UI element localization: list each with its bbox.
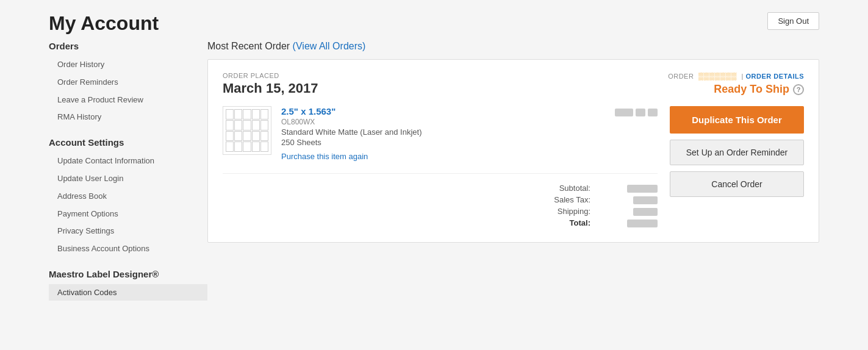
label-cell [260,131,268,141]
sidebar-section-orders: Orders [49,41,195,51]
sidebar-item-activation-codes[interactable]: Activation Codes [49,284,207,301]
label-cell [226,131,234,141]
subtotal-value [615,184,658,193]
subtotal-row: Subtotal: [542,184,658,193]
order-placed-section: ORDER PLACED March 15, 2017 [223,72,318,96]
order-totals: Subtotal: Sales Tax: Shipping: [223,184,658,227]
icon-placeholder-2 [636,109,645,116]
total-value [615,218,658,227]
label-cell [234,141,242,152]
order-status: Ready To Ship ? [668,83,804,96]
label-cell [252,109,260,120]
main-panel: Most Recent Order (View All Orders) ORDE… [207,41,819,301]
sidebar-section-maestro: Maestro Label Designer® [49,269,195,279]
tax-value [615,195,658,204]
sidebar-section-account: Account Settings [49,137,195,148]
order-item-and-actions: 2.5" x 1.563" OL800WX Standard White Mat… [223,106,804,227]
label-cell [252,141,260,152]
order-placed-label: ORDER PLACED [223,72,318,79]
shipping-label: Shipping: [542,207,590,216]
page-wrapper: My Account Sign Out Orders Order History… [0,0,868,350]
sidebar-item-privacy-settings[interactable]: Privacy Settings [49,223,195,240]
view-all-orders-link[interactable]: (View All Orders) [293,41,366,51]
sidebar-item-rma-history[interactable]: RMA History [49,109,195,126]
duplicate-order-button[interactable]: Duplicate This Order [670,106,804,134]
sidebar-item-leave-review[interactable]: Leave a Product Review [49,91,195,109]
label-cell [234,120,242,130]
order-card: ORDER PLACED March 15, 2017 ORDER ▒▒▒▒▒▒… [207,59,819,243]
page-title: My Account [49,12,159,35]
sidebar-item-order-history[interactable]: Order History [49,56,195,74]
action-buttons: Duplicate This Order Set Up an Order Rem… [670,106,804,197]
label-cell [243,120,251,130]
top-bar: My Account Sign Out [0,0,868,41]
label-cell [234,131,242,141]
purchase-again-link[interactable]: Purchase this item again [281,152,605,161]
sidebar-item-update-login[interactable]: Update User Login [49,170,195,188]
label-cell [226,120,234,130]
label-cell [243,141,251,152]
shipping-value [615,207,658,216]
most-recent-label: Most Recent Order [207,41,290,51]
icon-placeholder-1 [615,109,633,116]
most-recent-header: Most Recent Order (View All Orders) [207,41,819,52]
product-thumbnail [223,106,271,155]
order-date: March 15, 2017 [223,80,318,96]
item-actions-icons [615,106,658,116]
sidebar-item-order-reminders[interactable]: Order Reminders [49,74,195,91]
order-item-row: 2.5" x 1.563" OL800WX Standard White Mat… [223,106,658,174]
icon-placeholder-3 [648,109,658,116]
label-cell [260,120,268,130]
order-item-section: 2.5" x 1.563" OL800WX Standard White Mat… [223,106,658,227]
product-desc: Standard White Matte (Laser and Inkjet) [281,127,605,137]
subtotal-label: Subtotal: [542,184,590,193]
sidebar-item-update-contact[interactable]: Update Contact Information [49,152,195,170]
label-cell [260,141,268,152]
total-label: Total: [542,218,590,227]
label-cell [243,109,251,120]
label-cell [226,109,234,120]
order-number-line: ORDER ▒▒▒▒▒▒▒ | ORDER DETAILS [668,72,804,80]
main-content: Orders Order History Order Reminders Lea… [0,41,868,319]
sidebar: Orders Order History Order Reminders Lea… [49,41,207,301]
product-info: 2.5" x 1.563" OL800WX Standard White Mat… [281,106,605,161]
order-status-help-icon[interactable]: ? [793,84,804,95]
label-cell [260,109,268,120]
sign-out-button[interactable]: Sign Out [767,12,819,30]
label-cell [243,131,251,141]
order-details-link[interactable]: ORDER DETAILS [745,73,804,80]
label-cell [252,131,260,141]
label-cell [234,109,242,120]
tax-label: Sales Tax: [542,195,590,204]
label-cell [252,120,260,130]
sidebar-item-business-account[interactable]: Business Account Options [49,240,195,258]
order-header: ORDER PLACED March 15, 2017 ORDER ▒▒▒▒▒▒… [223,72,804,96]
tax-row: Sales Tax: [542,195,658,204]
set-reminder-button[interactable]: Set Up an Order Reminder [670,140,804,165]
product-sku: OL800WX [281,118,605,126]
sidebar-item-payment-options[interactable]: Payment Options [49,205,195,223]
total-row: Total: [542,218,658,227]
product-qty: 250 Sheets [281,138,605,147]
order-right-section: ORDER ▒▒▒▒▒▒▒ | ORDER DETAILS Ready To S… [668,72,804,96]
cancel-order-button[interactable]: Cancel Order [670,171,804,197]
sidebar-item-address-book[interactable]: Address Book [49,188,195,205]
label-cell [226,141,234,152]
product-name-link[interactable]: 2.5" x 1.563" [281,106,335,116]
shipping-row: Shipping: [542,207,658,216]
